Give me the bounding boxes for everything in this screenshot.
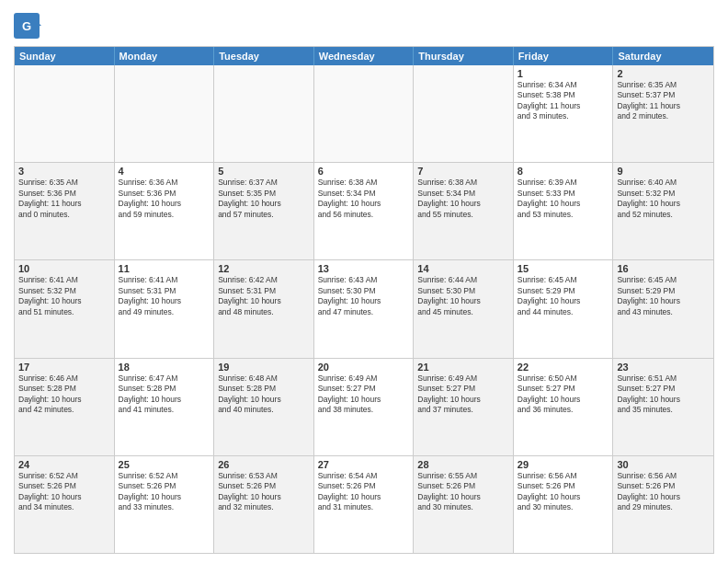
day-cell-13: 13Sunrise: 6:43 AM Sunset: 5:30 PM Dayli…: [314, 260, 415, 357]
day-cell-1: 1Sunrise: 6:34 AM Sunset: 5:38 PM Daylig…: [514, 65, 614, 162]
day-info: Sunrise: 6:47 AM Sunset: 5:28 PM Dayligh…: [119, 373, 210, 416]
day-info: Sunrise: 6:51 AM Sunset: 5:27 PM Dayligh…: [617, 373, 710, 416]
day-cell-20: 20Sunrise: 6:49 AM Sunset: 5:27 PM Dayli…: [314, 359, 415, 455]
day-number: 3: [18, 166, 110, 177]
day-cell-2: 2Sunrise: 6:35 AM Sunset: 5:37 PM Daylig…: [613, 65, 713, 162]
calendar-row-2: 10Sunrise: 6:41 AM Sunset: 5:32 PM Dayli…: [15, 260, 713, 358]
day-number: 25: [119, 459, 210, 470]
header-cell-sunday: Sunday: [15, 47, 115, 65]
day-info: Sunrise: 6:36 AM Sunset: 5:36 PM Dayligh…: [119, 178, 210, 220]
day-cell-28: 28Sunrise: 6:55 AM Sunset: 5:26 PM Dayli…: [414, 456, 514, 553]
day-info: Sunrise: 6:38 AM Sunset: 5:34 PM Dayligh…: [417, 178, 509, 220]
day-cell-4: 4Sunrise: 6:36 AM Sunset: 5:36 PM Daylig…: [115, 163, 215, 259]
logo: G: [14, 13, 43, 39]
day-cell-21: 21Sunrise: 6:49 AM Sunset: 5:27 PM Dayli…: [414, 359, 514, 455]
day-info: Sunrise: 6:42 AM Sunset: 5:31 PM Dayligh…: [218, 275, 310, 317]
day-cell-29: 29Sunrise: 6:56 AM Sunset: 5:26 PM Dayli…: [514, 456, 614, 553]
calendar-body: 1Sunrise: 6:34 AM Sunset: 5:38 PM Daylig…: [15, 65, 713, 553]
day-number: 18: [119, 362, 210, 373]
day-number: 6: [318, 166, 410, 177]
day-info: Sunrise: 6:50 AM Sunset: 5:27 PM Dayligh…: [518, 373, 609, 416]
day-cell-14: 14Sunrise: 6:44 AM Sunset: 5:30 PM Dayli…: [414, 260, 514, 357]
day-info: Sunrise: 6:44 AM Sunset: 5:30 PM Dayligh…: [417, 275, 509, 317]
day-number: 10: [18, 263, 110, 274]
day-info: Sunrise: 6:34 AM Sunset: 5:38 PM Dayligh…: [518, 80, 609, 122]
svg-text:G: G: [22, 19, 31, 33]
day-cell-7: 7Sunrise: 6:38 AM Sunset: 5:34 PM Daylig…: [414, 163, 514, 259]
day-number: 12: [218, 263, 310, 274]
page: G SundayMondayTuesdayWednesdayThursdayFr…: [0, 0, 728, 563]
day-info: Sunrise: 6:56 AM Sunset: 5:26 PM Dayligh…: [518, 471, 609, 513]
empty-cell-0-4: [414, 65, 514, 162]
day-number: 24: [18, 459, 110, 470]
day-info: Sunrise: 6:54 AM Sunset: 5:26 PM Dayligh…: [318, 471, 410, 513]
day-info: Sunrise: 6:37 AM Sunset: 5:35 PM Dayligh…: [218, 178, 310, 220]
day-cell-15: 15Sunrise: 6:45 AM Sunset: 5:29 PM Dayli…: [514, 260, 614, 357]
day-number: 15: [518, 263, 609, 274]
empty-cell-0-1: [115, 65, 215, 162]
day-number: 9: [617, 166, 710, 177]
day-info: Sunrise: 6:55 AM Sunset: 5:26 PM Dayligh…: [417, 471, 509, 513]
day-info: Sunrise: 6:49 AM Sunset: 5:27 PM Dayligh…: [318, 373, 410, 416]
day-info: Sunrise: 6:49 AM Sunset: 5:27 PM Dayligh…: [417, 373, 509, 416]
day-cell-3: 3Sunrise: 6:35 AM Sunset: 5:36 PM Daylig…: [15, 163, 115, 259]
day-number: 26: [218, 459, 310, 470]
header-cell-monday: Monday: [115, 47, 215, 65]
empty-cell-0-0: [15, 65, 115, 162]
header: G: [14, 9, 714, 39]
day-info: Sunrise: 6:40 AM Sunset: 5:32 PM Dayligh…: [617, 178, 710, 220]
day-cell-30: 30Sunrise: 6:56 AM Sunset: 5:26 PM Dayli…: [613, 456, 713, 553]
header-cell-saturday: Saturday: [613, 47, 713, 65]
day-info: Sunrise: 6:38 AM Sunset: 5:34 PM Dayligh…: [318, 178, 410, 220]
day-cell-17: 17Sunrise: 6:46 AM Sunset: 5:28 PM Dayli…: [15, 359, 115, 455]
day-info: Sunrise: 6:41 AM Sunset: 5:32 PM Dayligh…: [18, 275, 110, 317]
day-info: Sunrise: 6:35 AM Sunset: 5:37 PM Dayligh…: [617, 80, 710, 122]
day-cell-23: 23Sunrise: 6:51 AM Sunset: 5:27 PM Dayli…: [613, 359, 713, 455]
empty-cell-0-3: [314, 65, 415, 162]
header-cell-wednesday: Wednesday: [314, 47, 415, 65]
calendar-row-1: 3Sunrise: 6:35 AM Sunset: 5:36 PM Daylig…: [15, 163, 713, 260]
day-cell-11: 11Sunrise: 6:41 AM Sunset: 5:31 PM Dayli…: [115, 260, 215, 357]
day-number: 30: [617, 459, 710, 470]
day-info: Sunrise: 6:39 AM Sunset: 5:33 PM Dayligh…: [518, 178, 609, 220]
day-cell-24: 24Sunrise: 6:52 AM Sunset: 5:26 PM Dayli…: [15, 456, 115, 553]
empty-cell-0-2: [214, 65, 314, 162]
day-number: 13: [318, 263, 410, 274]
day-number: 16: [617, 263, 710, 274]
day-number: 28: [417, 459, 509, 470]
day-number: 5: [218, 166, 310, 177]
day-cell-22: 22Sunrise: 6:50 AM Sunset: 5:27 PM Dayli…: [514, 359, 614, 455]
day-info: Sunrise: 6:48 AM Sunset: 5:28 PM Dayligh…: [218, 373, 310, 416]
day-info: Sunrise: 6:45 AM Sunset: 5:29 PM Dayligh…: [617, 275, 710, 317]
day-cell-26: 26Sunrise: 6:53 AM Sunset: 5:26 PM Dayli…: [214, 456, 314, 553]
calendar-header-row: SundayMondayTuesdayWednesdayThursdayFrid…: [15, 47, 713, 65]
day-info: Sunrise: 6:35 AM Sunset: 5:36 PM Dayligh…: [18, 178, 110, 220]
day-cell-9: 9Sunrise: 6:40 AM Sunset: 5:32 PM Daylig…: [613, 163, 713, 259]
day-info: Sunrise: 6:53 AM Sunset: 5:26 PM Dayligh…: [218, 471, 310, 513]
day-number: 11: [119, 263, 210, 274]
day-number: 21: [417, 362, 509, 373]
day-info: Sunrise: 6:46 AM Sunset: 5:28 PM Dayligh…: [18, 373, 110, 416]
day-number: 7: [417, 166, 509, 177]
day-cell-16: 16Sunrise: 6:45 AM Sunset: 5:29 PM Dayli…: [613, 260, 713, 357]
calendar-row-0: 1Sunrise: 6:34 AM Sunset: 5:38 PM Daylig…: [15, 65, 713, 163]
day-info: Sunrise: 6:41 AM Sunset: 5:31 PM Dayligh…: [119, 275, 210, 317]
day-info: Sunrise: 6:45 AM Sunset: 5:29 PM Dayligh…: [518, 275, 609, 317]
day-cell-19: 19Sunrise: 6:48 AM Sunset: 5:28 PM Dayli…: [214, 359, 314, 455]
day-number: 19: [218, 362, 310, 373]
day-number: 1: [518, 68, 609, 79]
day-number: 23: [617, 362, 710, 373]
day-number: 4: [119, 166, 210, 177]
day-info: Sunrise: 6:43 AM Sunset: 5:30 PM Dayligh…: [318, 275, 410, 317]
day-number: 27: [318, 459, 410, 470]
logo-icon: G: [14, 13, 41, 39]
calendar-row-4: 24Sunrise: 6:52 AM Sunset: 5:26 PM Dayli…: [15, 456, 713, 553]
day-cell-10: 10Sunrise: 6:41 AM Sunset: 5:32 PM Dayli…: [15, 260, 115, 357]
calendar: SundayMondayTuesdayWednesdayThursdayFrid…: [14, 46, 714, 554]
day-cell-5: 5Sunrise: 6:37 AM Sunset: 5:35 PM Daylig…: [214, 163, 314, 259]
header-cell-tuesday: Tuesday: [214, 47, 314, 65]
day-number: 8: [518, 166, 609, 177]
day-number: 14: [417, 263, 509, 274]
calendar-row-3: 17Sunrise: 6:46 AM Sunset: 5:28 PM Dayli…: [15, 359, 713, 456]
day-number: 22: [518, 362, 609, 373]
